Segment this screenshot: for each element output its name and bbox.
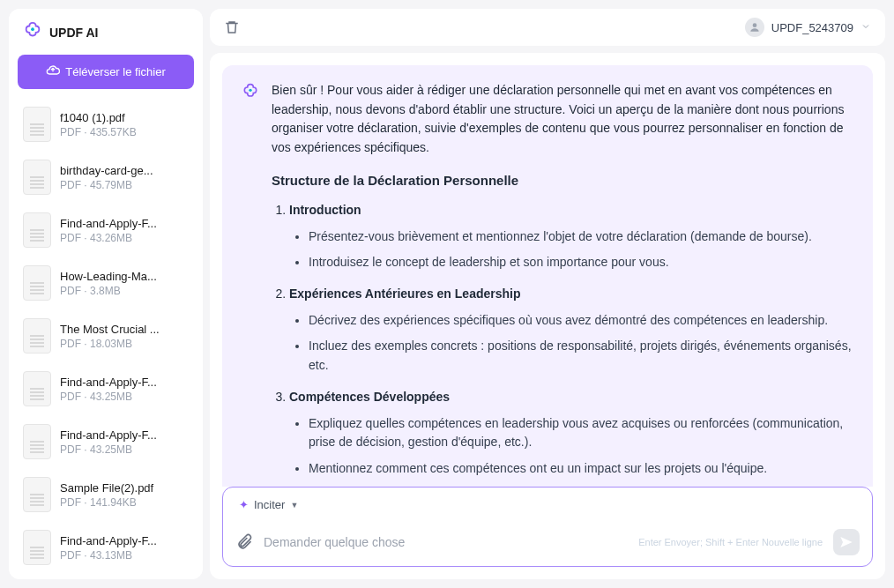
file-name: f1040 (1).pdf	[60, 111, 189, 124]
section-title: Expériences Antérieures en Leadership	[289, 287, 520, 301]
file-name: How-Leading-Ma...	[60, 270, 189, 283]
file-name: birthday-card-ge...	[60, 164, 189, 177]
section-item: IntroductionPrésentez-vous brièvement et…	[289, 201, 853, 272]
file-item[interactable]: Find-and-Apply-F...PDF · 43.25MB	[18, 362, 194, 415]
file-icon	[23, 530, 51, 565]
file-meta: PDF · 43.26MB	[60, 232, 189, 244]
file-meta: PDF · 3.8MB	[60, 285, 189, 297]
file-meta: PDF · 43.13MB	[60, 549, 189, 562]
file-info: How-Leading-Ma...PDF · 3.8MB	[60, 270, 189, 297]
trash-icon[interactable]	[224, 19, 240, 35]
message-heading: Structure de la Déclaration Personnelle	[272, 170, 853, 190]
chat-container: Bien sûr ! Pour vous aider à rédiger une…	[210, 53, 885, 579]
inciter-label: Inciter	[254, 498, 285, 511]
file-info: Find-and-Apply-F...PDF · 43.13MB	[60, 534, 189, 562]
file-name: Find-and-Apply-F...	[60, 428, 189, 442]
file-name: Find-and-Apply-F...	[60, 217, 189, 230]
file-icon	[23, 424, 51, 459]
file-item[interactable]: Find-and-Apply-F...PDF · 43.25MB	[18, 415, 194, 468]
file-info: Find-and-Apply-F...PDF · 43.26MB	[60, 217, 189, 244]
bullet-item: Expliquez quelles compétences en leaders…	[309, 414, 853, 452]
send-button[interactable]	[833, 529, 860, 555]
file-icon	[23, 477, 51, 512]
section-title: Compétences Développées	[289, 390, 450, 404]
section-item: Compétences DéveloppéesExpliquez quelles…	[289, 388, 853, 479]
file-name: Find-and-Apply-F...	[60, 534, 189, 547]
file-item[interactable]: Find-and-Apply-F...PDF · 43.26MB	[18, 204, 194, 257]
file-icon	[23, 212, 51, 248]
file-icon	[23, 318, 51, 354]
file-item[interactable]: How-Leading-Ma...PDF · 3.8MB	[18, 257, 194, 309]
file-icon	[23, 107, 51, 142]
file-name: The Most Crucial ...	[60, 323, 189, 336]
input-area: ✦ Inciter ▼ Enter Envoyer; Shift + Enter…	[222, 487, 873, 567]
topbar: UPDF_5243709	[210, 9, 885, 46]
svg-point-0	[31, 27, 34, 31]
file-name: Sample File(2).pdf	[60, 481, 189, 495]
section-item: Expériences Antérieures en LeadershipDéc…	[289, 285, 853, 376]
svg-point-2	[249, 89, 251, 92]
file-list: f1040 (1).pdfPDF · 435.57KBbirthday-card…	[18, 98, 194, 567]
bullet-item: Décrivez des expériences spécifiques où …	[309, 311, 853, 331]
file-item[interactable]: f1040 (1).pdfPDF · 435.57KB	[18, 98, 194, 151]
chat-scroll[interactable]: Bien sûr ! Pour vous aider à rédiger une…	[210, 53, 885, 487]
file-meta: PDF · 43.25MB	[60, 391, 189, 403]
sidebar-header: UPDF AI	[18, 21, 194, 55]
file-icon	[23, 371, 51, 406]
bullet-item: Incluez des exemples concrets : position…	[309, 337, 853, 375]
sparkle-icon: ✦	[239, 498, 249, 511]
file-icon	[23, 160, 51, 195]
inciter-button[interactable]: ✦ Inciter ▼	[235, 496, 302, 513]
file-info: Find-and-Apply-F...PDF · 43.25MB	[60, 376, 189, 403]
file-meta: PDF · 45.79MB	[60, 179, 189, 191]
message-sections: IntroductionPrésentez-vous brièvement et…	[272, 201, 853, 487]
file-info: Find-and-Apply-F...PDF · 43.25MB	[60, 428, 189, 456]
file-meta: PDF · 18.03MB	[60, 338, 189, 350]
svg-point-1	[752, 23, 756, 27]
file-info: The Most Crucial ...PDF · 18.03MB	[60, 323, 189, 350]
triangle-down-icon: ▼	[290, 501, 298, 510]
cloud-upload-icon	[46, 63, 60, 80]
file-info: birthday-card-ge...PDF · 45.79MB	[60, 164, 189, 191]
bullet-item: Présentez-vous brièvement et mentionnez …	[309, 227, 853, 247]
message-body: Bien sûr ! Pour vous aider à rédiger une…	[272, 81, 853, 487]
section-bullets: Décrivez des expériences spécifiques où …	[289, 311, 853, 376]
ai-avatar-icon	[242, 83, 259, 487]
file-meta: PDF · 141.94KB	[60, 496, 189, 509]
bullet-item: Mentionnez comment ces compétences ont e…	[309, 459, 853, 479]
file-name: Find-and-Apply-F...	[60, 376, 189, 389]
main-area: UPDF_5243709 Bien sûr ! Pour vous aider …	[210, 9, 885, 579]
avatar-icon	[745, 18, 764, 37]
file-meta: PDF · 43.25MB	[60, 443, 189, 456]
file-item[interactable]: Sample File(2).pdfPDF · 141.94KB	[18, 468, 194, 521]
bullet-item: Introduisez le concept de leadership et …	[309, 253, 853, 272]
updf-logo-icon	[23, 21, 42, 44]
upload-button[interactable]: Téléverser le fichier	[18, 55, 194, 89]
file-info: Sample File(2).pdfPDF · 141.94KB	[60, 481, 189, 509]
sidebar: UPDF AI Téléverser le fichier f1040 (1).…	[9, 9, 203, 579]
chevron-down-icon	[860, 19, 871, 35]
file-meta: PDF · 435.57KB	[60, 126, 189, 138]
input-hint: Enter Envoyer; Shift + Enter Nouvelle li…	[638, 537, 823, 547]
ai-message: Bien sûr ! Pour vous aider à rédiger une…	[222, 65, 873, 487]
file-item[interactable]: The Most Crucial ...PDF · 18.03MB	[18, 309, 194, 362]
file-icon	[23, 265, 51, 301]
attachment-icon[interactable]	[235, 533, 253, 551]
section-title: Introduction	[289, 203, 361, 217]
section-bullets: Présentez-vous brièvement et mentionnez …	[289, 227, 853, 272]
app-title: UPDF AI	[49, 26, 98, 40]
upload-button-label: Téléverser le fichier	[65, 65, 165, 78]
user-menu[interactable]: UPDF_5243709	[745, 18, 871, 37]
message-intro: Bien sûr ! Pour vous aider à rédiger une…	[272, 81, 853, 158]
user-name: UPDF_5243709	[771, 21, 853, 34]
input-row: Enter Envoyer; Shift + Enter Nouvelle li…	[235, 529, 860, 555]
file-item[interactable]: birthday-card-ge...PDF · 45.79MB	[18, 151, 194, 204]
chat-input[interactable]	[264, 535, 628, 549]
section-bullets: Expliquez quelles compétences en leaders…	[289, 414, 853, 479]
file-info: f1040 (1).pdfPDF · 435.57KB	[60, 111, 189, 138]
file-item[interactable]: Find-and-Apply-F...PDF · 43.13MB	[18, 521, 194, 567]
